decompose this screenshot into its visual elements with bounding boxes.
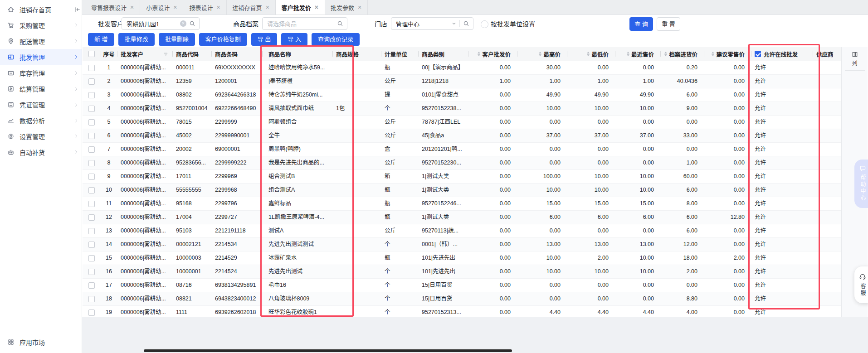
query-button[interactable]: 查 询 [629, 17, 653, 31]
table-row: 10000006|雾耕幼...00001169XXXXXXXXX娃哈哈饮用纯净水… [83, 61, 841, 75]
sidebar-item[interactable]: 批发管理 [0, 49, 82, 65]
search-icon[interactable] [189, 20, 195, 27]
cell-purchase: 12.00 [660, 238, 704, 251]
column-header-max[interactable]: 最高价 [517, 47, 567, 61]
store-select[interactable] [391, 17, 473, 30]
row-checkbox[interactable] [88, 174, 95, 180]
customer-service-button[interactable]: 客服 [854, 266, 868, 303]
filter-icon[interactable] [163, 51, 169, 57]
row-checkbox[interactable] [88, 92, 95, 98]
sidebar-collapse-icon[interactable] [74, 6, 81, 13]
table-row: 170000006|雾耕幼...087166938134295891毛巾16个1… [83, 279, 841, 292]
row-checkbox[interactable] [88, 78, 95, 85]
reset-button[interactable]: 重 置 [657, 17, 680, 31]
row-checkbox[interactable] [88, 282, 95, 289]
cell-idx: 11 [101, 197, 117, 210]
help-center-button[interactable]: 帮助中心 [854, 160, 868, 208]
close-icon[interactable]: × [130, 4, 134, 10]
row-checkbox[interactable] [88, 119, 95, 126]
cell-category: 95270113|蔬... [418, 224, 468, 237]
chevron-right-icon [73, 134, 79, 139]
horizontal-scrollbar-thumb[interactable] [144, 349, 512, 352]
close-icon[interactable]: × [266, 4, 269, 10]
store-value[interactable] [395, 20, 451, 28]
sidebar-item[interactable]: 数据分析 [0, 112, 82, 128]
action-button[interactable]: 客户价格复制 [199, 33, 247, 46]
column-settings-button[interactable]: 列 [842, 51, 868, 67]
row-checkbox[interactable] [88, 242, 95, 248]
row-checkbox[interactable] [88, 255, 95, 261]
cell-idx: 3 [101, 88, 117, 102]
cell-spec [332, 116, 381, 129]
sort-icon[interactable] [664, 52, 667, 56]
action-button[interactable]: 导 入 [281, 33, 307, 46]
row-checkbox[interactable] [88, 269, 95, 275]
cell-code: 10000003 [172, 251, 211, 265]
tab-item[interactable]: 报表设计× [183, 0, 226, 15]
close-icon[interactable]: × [173, 4, 177, 10]
close-icon[interactable]: × [216, 4, 220, 10]
chevron-down-icon[interactable] [451, 21, 457, 26]
column-header-min[interactable]: 最低价 [567, 47, 615, 61]
cell-category: 00|【演示商品】 [418, 61, 468, 74]
allow-online-header-checkbox[interactable] [755, 51, 761, 57]
column-header-purchase[interactable]: 档案进货价 [660, 47, 704, 61]
sort-icon[interactable] [478, 52, 480, 56]
row-checkbox[interactable] [88, 296, 95, 302]
close-icon[interactable]: × [315, 4, 318, 10]
chevron-right-icon [73, 86, 79, 92]
search-icon[interactable] [337, 20, 343, 27]
sort-icon[interactable] [539, 52, 541, 56]
tab-item[interactable]: 小票设计× [140, 0, 183, 15]
sidebar-item[interactable]: 凭证管理 [0, 97, 82, 112]
product-archive-placeholder[interactable] [266, 20, 337, 28]
sort-icon[interactable] [712, 52, 714, 56]
sidebar: 进销存首页采购管理配送管理批发管理库存管理结算管理凭证管理数据分析设置管理自动补… [0, 0, 82, 353]
sidebar-item[interactable]: 结算管理 [0, 81, 82, 97]
row-checkbox[interactable] [88, 309, 95, 316]
sidebar-item[interactable]: 自动补货 [0, 144, 82, 160]
sidebar-item[interactable]: 采购管理 [0, 17, 82, 33]
row-checkbox[interactable] [88, 146, 95, 153]
search-icon[interactable] [463, 20, 469, 27]
action-button[interactable]: 新 增 [88, 33, 114, 46]
column-header-last[interactable]: 最近售价 [615, 47, 660, 61]
sidebar-item[interactable]: 设置管理 [0, 128, 82, 144]
tab-item[interactable]: 批发参数× [325, 0, 368, 15]
close-icon[interactable]: × [358, 4, 361, 10]
robot-icon [7, 149, 15, 156]
action-button[interactable]: 查询改价记录 [312, 33, 360, 46]
tab-active[interactable]: 客户批发价× [276, 0, 325, 15]
cell-purchase: 2.00 [660, 265, 704, 278]
row-checkbox[interactable] [88, 160, 95, 166]
cell-barcode: 2299969 [211, 170, 262, 183]
cell-name: 我是先进先出商品的... [262, 156, 332, 169]
wholesale-customer-input[interactable]: × [122, 17, 200, 30]
sidebar-item[interactable]: 进销存首页 [0, 1, 82, 17]
select-all-checkbox[interactable] [88, 51, 95, 57]
cell-last: 49.90 [615, 88, 660, 102]
action-button[interactable]: 批量修改 [118, 33, 155, 46]
row-checkbox[interactable] [88, 106, 95, 112]
sort-icon[interactable] [627, 52, 629, 56]
action-button[interactable]: 导 出 [251, 33, 278, 46]
sidebar-item[interactable]: 库存管理 [0, 65, 82, 81]
action-button[interactable]: 批量删除 [159, 33, 195, 46]
wholesale-customer-value[interactable] [126, 20, 178, 28]
row-checkbox[interactable] [88, 201, 95, 207]
product-archive-input[interactable] [262, 17, 347, 30]
sort-icon[interactable] [587, 52, 590, 56]
sidebar-item[interactable]: 配送管理 [0, 33, 82, 49]
by-wholesale-unit-checkbox[interactable] [481, 20, 488, 28]
column-header-wholesale[interactable]: 客户批发价 [468, 47, 517, 61]
clear-icon[interactable]: × [180, 20, 186, 27]
tab-item[interactable]: 进销存首页× [227, 0, 276, 15]
tab-item[interactable]: 零售报表设计× [85, 0, 140, 15]
column-header-retail[interactable]: 建议零售价 [704, 47, 751, 61]
row-checkbox[interactable] [88, 228, 95, 234]
sidebar-item-app-market[interactable]: 应用市场 [7, 338, 45, 347]
row-checkbox[interactable] [88, 65, 95, 71]
row-checkbox[interactable] [88, 133, 95, 139]
row-checkbox[interactable] [88, 214, 95, 221]
row-checkbox[interactable] [88, 187, 95, 193]
